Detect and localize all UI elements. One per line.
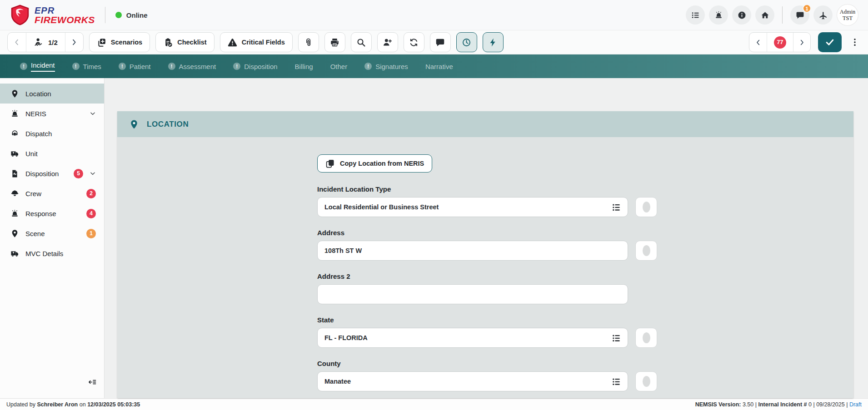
- tab-signatures[interactable]: ! Signatures: [364, 63, 408, 70]
- check-icon: [825, 37, 835, 47]
- kebab-menu-icon: [850, 38, 859, 47]
- draft-status-link[interactable]: Draft: [849, 401, 862, 408]
- header-divider: [105, 7, 105, 23]
- county-input[interactable]: Manatee: [317, 371, 628, 391]
- sidebar-item-location[interactable]: Location: [0, 84, 104, 104]
- sync-button[interactable]: [404, 32, 424, 52]
- nemsis-version-label: NEMSIS Version:: [695, 401, 741, 408]
- count-badge: 5: [74, 169, 83, 178]
- tab-narrative[interactable]: Narrative: [425, 63, 453, 70]
- field-comment-button[interactable]: [635, 197, 657, 217]
- updated-info: Updated by Schreiber Aron on 12/03/2025 …: [6, 401, 140, 408]
- sidebar-item-neris[interactable]: NERIS: [0, 104, 104, 123]
- tab-label: Billing: [295, 63, 313, 70]
- bolt-button[interactable]: [483, 32, 504, 52]
- logo-text: EPR FIREWORKS: [35, 6, 95, 25]
- bolt-icon: [488, 38, 498, 47]
- online-dot-icon: [115, 12, 122, 18]
- checklist-button[interactable]: Checklist: [155, 32, 214, 52]
- chevron-right-icon: [70, 39, 78, 46]
- sidebar-item-label: Disposition: [25, 170, 59, 178]
- pager-next-button[interactable]: [65, 33, 83, 52]
- printer-button[interactable]: [324, 32, 345, 52]
- helmet-icon: [10, 189, 19, 198]
- sidebar-item-crew[interactable]: Crew 2: [0, 183, 104, 203]
- plane-button[interactable]: [813, 5, 833, 25]
- address-2-input[interactable]: [317, 284, 628, 304]
- updated-prefix: Updated by: [6, 401, 35, 408]
- field-row-county: County Manatee: [317, 360, 663, 391]
- siren-icon: [10, 209, 19, 218]
- updated-on-word: on: [80, 401, 86, 408]
- tab-times[interactable]: ! Times: [72, 63, 101, 70]
- tab-billing[interactable]: Billing: [295, 63, 313, 70]
- sidebar-item-unit[interactable]: Unit: [0, 143, 104, 163]
- tab-label: Other: [330, 63, 348, 70]
- bullet-list-button[interactable]: [686, 5, 705, 25]
- app-logo[interactable]: EPR FIREWORKS: [10, 4, 95, 26]
- scenarios-button[interactable]: Scenarios: [89, 32, 150, 52]
- state-input[interactable]: FL - FLORIDA: [317, 328, 628, 348]
- tab-disposition[interactable]: ! Disposition: [233, 63, 277, 70]
- tab-label: Narrative: [425, 63, 453, 70]
- sidebar-item-dispatch[interactable]: Dispatch: [0, 123, 104, 143]
- field-comment-button[interactable]: [635, 328, 657, 348]
- scenarios-icon: [97, 38, 106, 47]
- sidebar-item-disposition[interactable]: Disposition 5: [0, 163, 104, 183]
- info-button[interactable]: [732, 5, 751, 25]
- nemsis-version-value: 3.50: [743, 401, 753, 408]
- field-comment-button[interactable]: [635, 241, 657, 261]
- search-button[interactable]: [351, 32, 372, 52]
- updated-by-name: Schreiber Aron: [37, 401, 78, 408]
- home-button[interactable]: [755, 5, 774, 25]
- tab-other[interactable]: Other: [330, 63, 348, 70]
- user-avatar[interactable]: Admin TST: [837, 5, 858, 25]
- critical-fields-button[interactable]: Critical Fields: [220, 32, 293, 52]
- sidebar-item-label: Crew: [25, 190, 41, 198]
- field-value: Manatee: [324, 378, 612, 385]
- list-picker-icon[interactable]: [612, 333, 621, 342]
- sidebar-item-scene[interactable]: Scene 1: [0, 223, 104, 243]
- record-count[interactable]: 77: [767, 33, 793, 52]
- more-options-button[interactable]: [849, 32, 861, 52]
- pager-indicator[interactable]: 1/2: [26, 33, 65, 52]
- ambulance-icon: [10, 149, 19, 158]
- list-picker-icon[interactable]: [612, 203, 621, 212]
- chat-button[interactable]: 1: [790, 5, 809, 25]
- chevron-down-icon: [90, 170, 96, 177]
- pager-prev-button[interactable]: [8, 33, 26, 52]
- tab-patient[interactable]: ! Patient: [119, 63, 151, 70]
- pin-icon: [10, 89, 19, 98]
- field-comment-button[interactable]: [635, 371, 657, 391]
- tab-assessment[interactable]: ! Assessment: [168, 63, 216, 70]
- record-prev-button[interactable]: [749, 33, 767, 52]
- internal-incident-value: 0: [808, 401, 812, 408]
- incident-location-type-input[interactable]: Local Residential or Business Street: [317, 197, 628, 217]
- oval-indicator-icon: [643, 332, 650, 343]
- count-badge: 4: [86, 209, 96, 218]
- sidebar-item-mvc-details[interactable]: MVC Details: [0, 243, 104, 263]
- content-area: LOCATION Copy Location from NERIS Incide…: [105, 78, 868, 398]
- validate-check-button[interactable]: [818, 32, 842, 52]
- clock-button[interactable]: [456, 32, 477, 52]
- sidebar-item-response[interactable]: Response 4: [0, 203, 104, 223]
- clock-icon: [462, 38, 471, 47]
- tab-bar: ! Incident ! Times ! Patient ! Assessmen…: [0, 54, 868, 78]
- address-input[interactable]: 108Th ST W: [317, 241, 628, 261]
- field-value: Local Residential or Business Street: [324, 203, 612, 211]
- copy-location-from-neris-button[interactable]: Copy Location from NERIS: [317, 154, 432, 173]
- alert-exclamation-icon: !: [233, 63, 240, 70]
- sidebar-collapse-button[interactable]: [88, 378, 97, 388]
- patient-icon: [34, 37, 44, 47]
- paperclip-button[interactable]: [298, 32, 319, 52]
- section-title: LOCATION: [147, 120, 189, 129]
- toolbar: 1/2 Scenarios Checklist Critical Fields …: [0, 30, 868, 54]
- list-picker-icon[interactable]: [612, 377, 621, 386]
- incident-date: 09/28/2025: [816, 401, 845, 408]
- record-next-button[interactable]: [793, 33, 810, 52]
- tab-incident[interactable]: ! Incident: [20, 61, 55, 72]
- person-add-button[interactable]: [377, 32, 398, 52]
- siren-button[interactable]: [709, 5, 728, 25]
- chat-button[interactable]: [430, 32, 451, 52]
- pager-label: 1/2: [48, 39, 58, 46]
